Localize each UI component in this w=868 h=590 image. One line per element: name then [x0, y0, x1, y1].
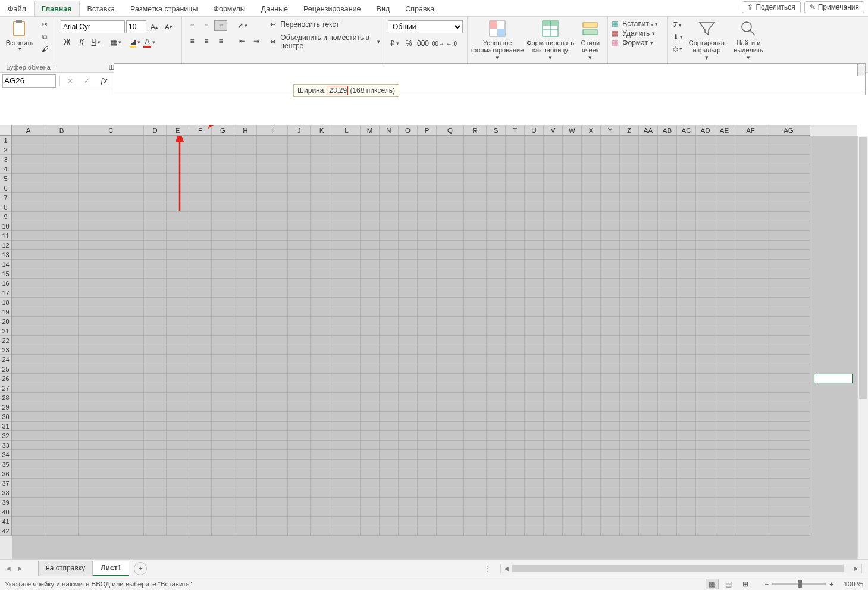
align-center-button[interactable]: ≡ [200, 36, 213, 46]
sheet-tab-Лист1[interactable]: Лист1 [93, 561, 129, 576]
row-header-9[interactable]: 9 [0, 212, 12, 221]
row-header-16[interactable]: 16 [0, 279, 12, 288]
align-middle-button[interactable]: ≡ [200, 20, 213, 31]
column-header-W[interactable]: W [563, 125, 582, 136]
underline-button[interactable]: Ч [89, 37, 102, 48]
row-header-42[interactable]: 42 [0, 526, 12, 536]
cancel-entry-button[interactable]: ✕ [64, 76, 77, 86]
column-header-E[interactable]: E [167, 125, 189, 136]
row-header-35[interactable]: 35 [0, 460, 12, 469]
fill-button[interactable]: ⬇ [671, 32, 684, 42]
vertical-scrollbar[interactable] [857, 136, 868, 559]
column-header-U[interactable]: U [525, 125, 544, 136]
dec-decimal-button[interactable]: ←.0 [445, 38, 458, 49]
column-header-AE[interactable]: AE [715, 125, 734, 136]
column-header-X[interactable]: X [582, 125, 601, 136]
view-page-break-button[interactable]: ⊞ [739, 579, 752, 589]
clipboard-launcher[interactable] [49, 64, 55, 70]
column-header-I[interactable]: I [257, 125, 288, 136]
formula-expand-button[interactable] [857, 63, 866, 76]
align-left-button[interactable]: ≡ [186, 36, 199, 46]
row-header-20[interactable]: 20 [0, 317, 12, 326]
insert-cells-button[interactable]: ▦ Вставить [612, 20, 658, 28]
column-header-AG[interactable]: AG [767, 125, 810, 136]
percent-button[interactable]: % [402, 38, 415, 49]
font-color-button[interactable]: A [143, 37, 156, 48]
column-header-AF[interactable]: AF [734, 125, 767, 136]
delete-cells-button[interactable]: ▦ Удалить [612, 29, 655, 38]
share-button[interactable]: ⇪Поделиться [742, 1, 800, 13]
copy-button[interactable]: ⧉ [38, 32, 51, 42]
row-header-17[interactable]: 17 [0, 288, 12, 298]
menu-tab-Вставка[interactable]: Вставка [80, 1, 123, 16]
menu-tab-Данные[interactable]: Данные [253, 1, 296, 16]
menu-tab-Рецензирование[interactable]: Рецензирование [296, 1, 369, 16]
format-table-button[interactable]: Форматировать как таблицу▾ [526, 18, 574, 61]
row-header-26[interactable]: 26 [0, 374, 12, 383]
column-header-R[interactable]: R [464, 125, 487, 136]
row-header-21[interactable]: 21 [0, 326, 12, 336]
row-header-39[interactable]: 39 [0, 498, 12, 507]
orientation-button[interactable]: ⤢ [236, 20, 249, 31]
sheet-nav-prev[interactable]: ◄ [2, 563, 14, 575]
formula-input[interactable] [114, 63, 866, 95]
column-header-AA[interactable]: AA [639, 125, 658, 136]
font-size-combo[interactable] [126, 20, 146, 33]
column-header-O[interactable]: O [399, 125, 418, 136]
row-header-1[interactable]: 1 [0, 136, 12, 145]
row-header-33[interactable]: 33 [0, 441, 12, 450]
column-header-A[interactable]: A [12, 125, 45, 136]
row-header-12[interactable]: 12 [0, 241, 12, 250]
menu-tab-Справка[interactable]: Справка [397, 1, 442, 16]
sheet-tab-на отправку[interactable]: на отправку [38, 561, 93, 576]
align-bottom-button[interactable]: ≡ [214, 20, 227, 31]
column-header-M[interactable]: M [361, 125, 380, 136]
row-header-4[interactable]: 4 [0, 164, 12, 174]
column-header-AB[interactable]: AB [658, 125, 677, 136]
fill-color-button[interactable]: ◢ [129, 37, 142, 48]
column-header-Z[interactable]: Z [620, 125, 639, 136]
horizontal-scrollbar[interactable]: ◄ ► [500, 564, 862, 573]
format-cells-button[interactable]: ▦ Формат [612, 39, 653, 47]
column-header-Y[interactable]: Y [601, 125, 620, 136]
column-header-V[interactable]: V [544, 125, 563, 136]
row-header-5[interactable]: 5 [0, 174, 12, 183]
row-header-22[interactable]: 22 [0, 336, 12, 345]
shrink-font-button[interactable]: A▾ [162, 21, 175, 32]
column-header-G[interactable]: G [212, 125, 234, 136]
row-header-40[interactable]: 40 [0, 507, 12, 517]
row-header-34[interactable]: 34 [0, 450, 12, 460]
active-cell[interactable] [814, 374, 853, 383]
horizontal-scrollbar-thumb[interactable] [512, 565, 844, 572]
row-header-11[interactable]: 11 [0, 231, 12, 241]
comma-button[interactable]: 000 [416, 38, 430, 49]
row-header-30[interactable]: 30 [0, 412, 12, 422]
view-page-layout-button[interactable]: ▤ [722, 579, 735, 589]
column-header-B[interactable]: B [45, 125, 79, 136]
font-name-combo[interactable] [61, 20, 125, 33]
bold-button[interactable]: Ж [61, 37, 74, 48]
zoom-slider[interactable] [772, 583, 826, 585]
menu-tab-Файл[interactable]: Файл [0, 1, 34, 16]
row-header-14[interactable]: 14 [0, 260, 12, 269]
view-normal-button[interactable]: ▦ [706, 579, 719, 589]
row-header-29[interactable]: 29 [0, 402, 12, 412]
row-header-25[interactable]: 25 [0, 364, 12, 374]
row-header-38[interactable]: 38 [0, 488, 12, 498]
borders-button[interactable]: ▦ [109, 37, 123, 48]
menu-tab-Разметка страницы[interactable]: Разметка страницы [123, 1, 205, 16]
insert-function-button[interactable]: ƒx [97, 76, 110, 86]
column-header-row[interactable]: ABCDEFGHIJKLMNOPQRSTUVWXYZAAABACADAEAFAG [12, 125, 857, 136]
column-header-K[interactable]: K [311, 125, 333, 136]
column-header-J[interactable]: J [288, 125, 311, 136]
format-painter-button[interactable]: 🖌 [38, 44, 51, 55]
column-header-C[interactable]: C [79, 125, 144, 136]
select-all-button[interactable] [0, 125, 12, 136]
column-header-AD[interactable]: AD [696, 125, 715, 136]
grow-font-button[interactable]: A▴ [148, 21, 161, 32]
cell-grid[interactable] [12, 136, 857, 559]
autosum-button[interactable]: Σ [671, 20, 684, 30]
row-header-15[interactable]: 15 [0, 269, 12, 279]
row-header-8[interactable]: 8 [0, 202, 12, 212]
vertical-scrollbar-thumb[interactable] [859, 137, 867, 399]
